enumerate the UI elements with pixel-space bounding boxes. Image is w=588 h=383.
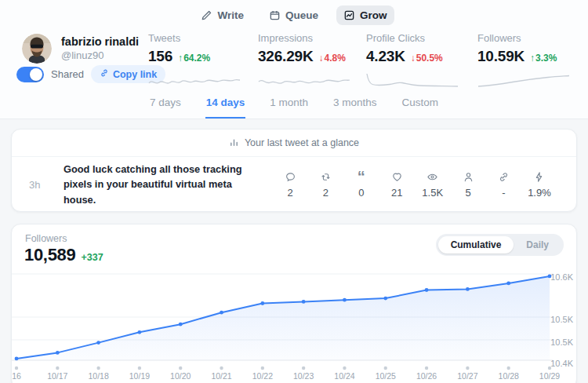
- range-tabs: 7 days 14 days 1 month 3 months Custom: [0, 92, 588, 119]
- svg-text:10/26: 10/26: [416, 371, 437, 381]
- stat-value: 156: [148, 48, 172, 65]
- followers-delta: +337: [82, 252, 103, 263]
- share-row: Shared Copy link: [16, 65, 165, 83]
- like-icon: [391, 170, 403, 183]
- profile-handle: @linuz90: [61, 49, 103, 61]
- write-label: Write: [217, 9, 244, 21]
- tab-custom[interactable]: Custom: [401, 92, 440, 119]
- profile-clicks-sparkline: [366, 71, 459, 90]
- svg-text:10/28: 10/28: [499, 371, 519, 381]
- tab-7-days[interactable]: 7 days: [149, 92, 182, 119]
- stat-label: Profile Clicks: [366, 32, 470, 44]
- stat-delta: ↓ 50.5%: [411, 53, 443, 64]
- queue-label: Queue: [285, 9, 318, 21]
- svg-text:10/25: 10/25: [376, 371, 396, 381]
- grow-label: Grow: [360, 9, 387, 21]
- svg-text:10/22: 10/22: [252, 371, 273, 381]
- metric-value: 0: [358, 187, 364, 199]
- svg-text:10/29: 10/29: [539, 371, 560, 381]
- stat-value: 4.23K: [366, 48, 405, 65]
- impressions-icon: [426, 170, 438, 183]
- svg-text:10.4K: 10.4K: [550, 359, 573, 368]
- reply-icon: [285, 170, 296, 183]
- profile-name: fabrizio rinaldi: [61, 35, 139, 48]
- metric-engagement: 1.9%: [528, 170, 551, 199]
- tab-3-months[interactable]: 3 months: [332, 92, 378, 119]
- metric-replies: 2: [278, 170, 302, 199]
- metric-profile-visits: 5: [456, 170, 480, 199]
- chart-mode-toggle: Cumulative Daily: [436, 234, 564, 256]
- svg-text:10.5K: 10.5K: [550, 315, 573, 324]
- avatar: [22, 34, 52, 64]
- stat-profile-clicks: Profile Clicks 4.23K ↓ 50.5%: [366, 32, 470, 90]
- top-nav: Write Queue Grow: [0, 5, 588, 25]
- stat-impressions: Impressions 326.29K ↓ 4.8%: [258, 32, 361, 90]
- svg-text:10/27: 10/27: [457, 371, 477, 381]
- metric-retweets: 2: [314, 170, 337, 199]
- svg-text:10.5K: 10.5K: [550, 337, 573, 347]
- svg-text:10/19: 10/19: [129, 371, 150, 381]
- cumulative-segment[interactable]: Cumulative: [438, 236, 514, 254]
- tab-14-days[interactable]: 14 days: [205, 92, 246, 119]
- svg-text:10.6K: 10.6K: [550, 272, 573, 282]
- profile-visits-icon: [463, 170, 474, 183]
- impressions-sparkline: [258, 71, 350, 90]
- metric-likes: 21: [385, 170, 408, 199]
- svg-text:10/21: 10/21: [211, 371, 231, 381]
- pencil-icon: [201, 9, 212, 21]
- toggle-knob: [30, 68, 42, 81]
- followers-chart[interactable]: 10.6K10.5K10.5K10.4K1610/1710/1810/1910/…: [12, 262, 578, 383]
- metric-link-clicks: -: [492, 170, 516, 199]
- glance-title: Your last tweet at a glance: [245, 137, 359, 148]
- stat-label: Impressions: [258, 32, 361, 44]
- svg-text:10/20: 10/20: [170, 371, 191, 381]
- tweet-row: 3h Good luck catching all those tracking…: [12, 157, 576, 212]
- metric-quotes: “ 0: [350, 170, 373, 199]
- metric-value: -: [502, 187, 505, 199]
- bar-chart-icon: [229, 136, 239, 150]
- stat-value: 10.59K: [477, 48, 524, 65]
- tweet-time: 3h: [29, 179, 64, 191]
- stat-followers: Followers 10.59K ↑ 3.3%: [477, 32, 581, 90]
- tweet-metrics: 2 2 “ 0 21 1.5K 5: [261, 170, 559, 199]
- tweet-text: Good luck catching all those tracking pi…: [64, 162, 261, 207]
- tab-1-month[interactable]: 1 month: [269, 92, 309, 119]
- svg-text:10/17: 10/17: [47, 371, 67, 381]
- metric-impressions: 1.5K: [421, 170, 445, 199]
- stat-label: Followers: [477, 32, 581, 44]
- calendar-icon: [269, 9, 281, 21]
- stat-value: 326.29K: [258, 48, 313, 65]
- stat-delta: ↓ 4.8%: [318, 53, 345, 64]
- stat-tweets: Tweets 156 ↑ 64.2%: [148, 32, 252, 90]
- followers-sparkline: [477, 71, 570, 90]
- queue-button[interactable]: Queue: [262, 5, 325, 25]
- metric-value: 21: [391, 187, 402, 199]
- metric-value: 5: [465, 187, 470, 199]
- glance-header: Your last tweet at a glance: [12, 129, 576, 157]
- tweets-sparkline: [148, 71, 241, 90]
- followers-label: Followers: [25, 233, 67, 244]
- write-button[interactable]: Write: [194, 5, 251, 25]
- svg-text:10/23: 10/23: [293, 371, 314, 381]
- last-tweet-card: Your last tweet at a glance 3h Good luck…: [11, 129, 577, 212]
- link-icon: [100, 68, 109, 80]
- stat-delta: ↑ 64.2%: [178, 53, 210, 64]
- svg-text:10/18: 10/18: [88, 371, 108, 381]
- svg-text:10/24: 10/24: [334, 371, 354, 381]
- growth-chart-icon: [343, 9, 355, 21]
- retweet-icon: [320, 170, 332, 183]
- stat-delta: ↑ 3.3%: [530, 53, 557, 64]
- metric-value: 2: [323, 187, 328, 199]
- header: Write Queue Grow fabrizio rinaldi @linuz…: [0, 0, 588, 119]
- stat-label: Tweets: [148, 32, 252, 44]
- link-clicks-icon: [498, 170, 510, 183]
- daily-segment[interactable]: Daily: [514, 236, 561, 254]
- svg-text:16: 16: [12, 371, 21, 381]
- shared-toggle[interactable]: [16, 67, 44, 82]
- shared-label: Shared: [51, 68, 84, 80]
- metric-value: 1.5K: [422, 187, 443, 199]
- engagement-icon: [533, 170, 545, 183]
- grow-button[interactable]: Grow: [336, 5, 394, 25]
- followers-card: Followers 10,589 +337 Cumulative Daily 1…: [11, 224, 577, 383]
- quote-icon: “: [358, 170, 365, 183]
